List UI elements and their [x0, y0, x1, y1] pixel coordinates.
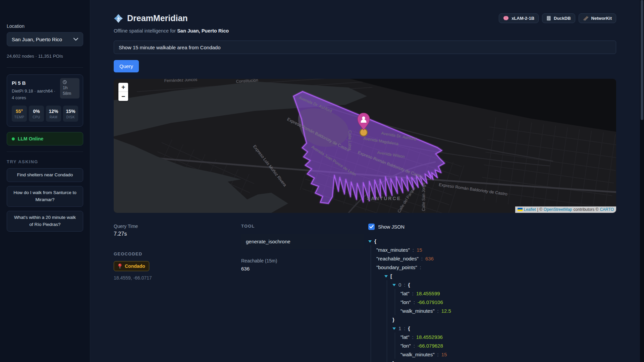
map-canvas[interactable]: Fernández JuncosConstituciónAvenida Dr. …	[114, 79, 616, 213]
metric-cpu: 0% CPU	[29, 106, 44, 122]
street-label: SANTURCE	[367, 196, 401, 201]
json-tree: { "max_minutes":15 "reachable_nodes":636…	[368, 237, 616, 362]
collapse-caret-icon[interactable]	[392, 284, 396, 286]
metric-ram: 12% RAM	[46, 106, 61, 122]
metric-temp: 55° TEMP	[12, 106, 27, 122]
json-kv-row: "lon":-66.079106	[400, 298, 616, 306]
uptime-chip: 1h 58m	[60, 78, 79, 99]
round-pushpin-icon	[118, 263, 122, 269]
osm-link[interactable]: OpenStreetMap	[544, 207, 572, 212]
collapse-caret-icon[interactable]	[392, 327, 396, 330]
json-kv-row: "lat":18.455599	[400, 289, 616, 298]
geocoded-coords: 18.4559, -66.0717	[114, 275, 241, 281]
subtitle: Offline spatial intelligence for San Jua…	[114, 28, 616, 34]
check-icon	[369, 225, 374, 229]
badge-model: xLAM-2-1B	[499, 13, 539, 23]
collapse-caret-icon[interactable]	[384, 275, 388, 278]
suggestion-walk-santurce[interactable]: How do I walk from Santurce to Miramar?	[7, 186, 83, 207]
cabinet-icon	[546, 16, 551, 21]
carto-link[interactable]: CARTO	[600, 207, 614, 212]
badge-duckdb: DuckDB	[542, 13, 575, 23]
show-json-checkbox[interactable]	[368, 224, 375, 230]
suggestion-rio-piedras[interactable]: What's within a 20 minute walk of Río Pi…	[7, 211, 83, 232]
json-close-row: }	[392, 359, 616, 362]
json-kv-row: "lat":18.4552936	[400, 333, 616, 341]
tool-label: TOOL	[241, 224, 368, 229]
location-label: Location	[7, 23, 83, 29]
badge-networkit: NetworKit	[579, 13, 616, 23]
query-input[interactable]	[114, 41, 616, 54]
chevron-down-icon	[73, 38, 78, 41]
brain-icon	[503, 16, 509, 21]
zoom-in-button[interactable]: +	[118, 83, 128, 92]
json-kv-row: "walk_minutes":12.5	[400, 306, 616, 315]
location-select[interactable]: San Juan, Puerto Rico	[7, 32, 83, 46]
map-zoom-control: + −	[118, 83, 128, 101]
zoom-out-button[interactable]: −	[118, 92, 128, 101]
divider	[7, 67, 83, 68]
reachable-label: Reachable (15m)	[241, 258, 368, 263]
geocoded-label: GEOCODED	[114, 251, 241, 256]
railway-icon	[583, 16, 589, 21]
json-kv-row: "walk_minutes":15	[400, 350, 616, 359]
tool-name: generate_isochrone	[241, 234, 364, 249]
ukraine-flag-icon	[518, 208, 523, 211]
json-item-row[interactable]: 1:{	[392, 324, 616, 333]
llm-status-badge: LLM Online	[7, 132, 83, 145]
tool-section: TOOL generate_isochrone Reachable (15m) …	[241, 224, 368, 362]
uptime-value: 1h 58m	[63, 85, 77, 97]
reachable-value: 636	[241, 266, 368, 272]
device-metrics: 55° TEMP 0% CPU 12% RAM 15% DISK	[12, 106, 78, 122]
json-kv-row: "boundary_points":	[376, 263, 616, 272]
map-attribution: Leaflet | © OpenStreetMap contributors ©…	[515, 206, 616, 213]
query-time-section: Query Time 7.27s GEOCODED Condado 18.455…	[114, 224, 241, 362]
json-kv-row: "reachable_nodes":636	[376, 254, 616, 263]
query-time-value: 7.27s	[114, 231, 241, 237]
main-content: DreamMeridian xLAM-2-1B DuckDB	[90, 0, 644, 362]
json-root-row[interactable]: {	[368, 237, 616, 245]
leaflet-link[interactable]: Leaflet	[524, 207, 536, 212]
tech-badges: xLAM-2-1B DuckDB NetworKit	[499, 13, 616, 23]
clock-icon	[63, 80, 67, 84]
llm-status-label: LLM Online	[18, 136, 43, 141]
show-json-label: Show JSON	[378, 224, 405, 230]
json-close-row: }	[392, 315, 616, 324]
map-tiles: Fernández JuncosConstituciónAvenida Dr. …	[114, 79, 616, 213]
page-title: DreamMeridian	[127, 13, 188, 23]
graph-stats-line: 24,602 nodes · 11,351 POIs	[7, 54, 83, 59]
json-section: Show JSON { "max_minutes":15 "reachable_…	[368, 224, 616, 362]
try-asking-label: TRY ASKING	[7, 159, 83, 164]
json-array-items: 0:{"lat":18.455599"lon":-66.079106"walk_…	[387, 280, 616, 362]
divider	[7, 152, 83, 152]
json-item-row[interactable]: 0:{	[392, 280, 616, 289]
query-button[interactable]: Query	[114, 60, 139, 72]
json-kv-row: "lon":-66.079628	[400, 341, 616, 350]
metric-disk: 15% DISK	[63, 106, 78, 122]
page-scrollbar[interactable]	[640, 0, 644, 362]
person-icon	[362, 116, 365, 119]
json-array-row[interactable]: [	[384, 272, 616, 280]
json-kv-row: "max_minutes":15	[376, 245, 616, 254]
suggestion-shelters[interactable]: Find shelters near Condado	[7, 168, 83, 182]
sidebar: Location San Juan, Puerto Rico 24,602 no…	[0, 0, 90, 362]
collapse-caret-icon[interactable]	[368, 240, 372, 243]
query-time-label: Query Time	[114, 224, 241, 229]
street-label: Calle San Jorge	[421, 182, 426, 211]
app-logo-diamond-icon	[114, 14, 123, 23]
location-select-value: San Juan, Puerto Rico	[12, 37, 62, 42]
geocoded-badge: Condado	[114, 261, 149, 271]
subtitle-city: San Juan, Puerto Rico	[177, 28, 229, 34]
scrollbar-thumb[interactable]	[641, 0, 643, 120]
geocoded-name: Condado	[125, 263, 145, 269]
device-card: Pi 5 B DietPi 9.18 · aarch64 · 4 cores 1…	[7, 74, 83, 127]
status-dot-icon	[12, 137, 15, 140]
